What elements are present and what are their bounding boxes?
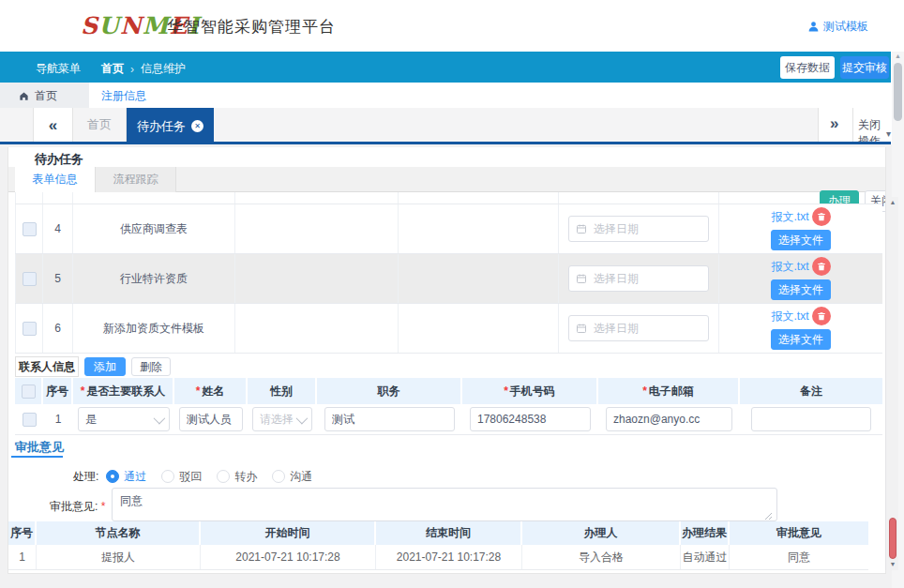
tab-flow-track[interactable]: 流程跟踪: [96, 167, 176, 192]
cell-value: 自动通过: [683, 550, 728, 565]
sidebar-item-home[interactable]: 首页: [19, 88, 57, 103]
col-header: 序号: [46, 384, 68, 400]
scrollbar-thumb[interactable]: [894, 63, 902, 121]
delete-file-icon[interactable]: [812, 207, 831, 226]
attached-file-link[interactable]: 报文.txt: [771, 259, 808, 275]
opinion-textarea[interactable]: 同意: [112, 488, 777, 521]
logo-letter: S: [81, 12, 98, 39]
required-mark: *: [196, 384, 201, 398]
radio-option-communicate[interactable]: 沟通: [272, 469, 312, 485]
file-type-name: 供应商调查表: [120, 221, 188, 237]
scroll-down-icon[interactable]: ▼: [886, 561, 899, 567]
scroll-up-icon[interactable]: ▲: [886, 199, 899, 205]
radio-option-pass[interactable]: 通过: [106, 469, 146, 485]
col-header: 手机号码: [510, 384, 555, 400]
sidebar-home-label: 首页: [35, 88, 57, 104]
radio-label: 驳回: [179, 469, 202, 485]
expiry-date-input[interactable]: [568, 265, 709, 292]
primary-contact-select[interactable]: 是: [78, 407, 170, 431]
breadcrumb-home[interactable]: 首页: [101, 61, 124, 77]
delete-contact-button[interactable]: 删除: [131, 357, 171, 376]
submit-review-button[interactable]: 提交审核: [840, 56, 889, 79]
contacts-data-row: 1 是 请选择: [15, 404, 882, 435]
delete-file-icon[interactable]: [812, 257, 831, 276]
remark-input[interactable]: [751, 407, 871, 431]
app-window: S U N M E I 华智智能采购管理平台 测试模板 导航菜单 首页 › 信息…: [0, 0, 904, 588]
table-row-clipped: [15, 192, 882, 204]
scroll-up-icon[interactable]: ▲: [892, 53, 904, 59]
expiry-date-input[interactable]: [568, 315, 709, 341]
choose-file-button[interactable]: 选择文件: [771, 230, 831, 250]
radio-option-reject[interactable]: 驳回: [161, 469, 202, 485]
double-right-icon[interactable]: »: [830, 115, 838, 131]
table-row: 5 行业特许资质 报文.txt: [15, 254, 882, 304]
radio-label: 通过: [124, 469, 146, 485]
col-header: 办理人: [584, 525, 618, 541]
attached-file-link[interactable]: 报文.txt: [771, 209, 808, 225]
file-type-name: 新添加资质文件模板: [103, 321, 204, 337]
navbar: 导航菜单 首页 › 信息维护 保存数据 提交审核: [0, 52, 891, 83]
tab-home-label: 首页: [87, 116, 112, 133]
calendar-icon: [576, 273, 587, 284]
col-header: 姓名: [202, 384, 224, 400]
delete-file-icon[interactable]: [812, 307, 831, 325]
breadcrumb-separator-icon: ›: [130, 63, 134, 76]
logo-letter: N: [120, 12, 143, 39]
col-header: 职务: [378, 384, 400, 400]
user-menu[interactable]: 测试模板: [807, 18, 868, 35]
phone-input[interactable]: [470, 407, 591, 431]
row-number: 1: [55, 413, 62, 426]
choose-file-button[interactable]: 选择文件: [771, 329, 831, 350]
panel-title: 待办任务: [35, 151, 83, 168]
sidebar: 首页: [0, 83, 89, 108]
radio-option-transfer[interactable]: 转办: [217, 469, 257, 485]
add-contact-button[interactable]: 添加: [84, 357, 126, 376]
handle-label: 处理:: [73, 469, 98, 485]
tab-todo-active[interactable]: 待办任务 ✕: [127, 108, 214, 144]
contacts-table: 序号 *是否主要联系人 *姓名 性别 职务 *手机号码 *电子邮箱 备注 1 是: [15, 378, 882, 435]
col-header: 审批意见: [776, 525, 821, 541]
choose-file-button[interactable]: 选择文件: [771, 279, 831, 300]
col-header: 开始时间: [265, 525, 310, 541]
required-mark: *: [101, 500, 106, 513]
tab-home[interactable]: 首页: [73, 108, 127, 142]
row-checkbox[interactable]: [23, 222, 37, 236]
row-checkbox[interactable]: [23, 413, 37, 427]
row-checkbox[interactable]: [23, 322, 37, 336]
save-data-button[interactable]: 保存数据: [780, 56, 835, 79]
select-all-checkbox[interactable]: [22, 384, 36, 399]
tab-form-info[interactable]: 表单信息: [15, 167, 96, 192]
col-header: 性别: [270, 384, 293, 400]
col-header: 节点名称: [96, 525, 141, 541]
row-number: 6: [54, 322, 61, 335]
approval-history-table: 序号 节点名称 开始时间 结束时间 办理人 办理结果 审批意见 1 提报人 20…: [8, 521, 868, 570]
contact-name-input[interactable]: [179, 407, 243, 431]
panel-scrollbar[interactable]: ▲ ▼: [885, 197, 898, 570]
caret-down-icon: ▾: [886, 128, 891, 139]
email-input[interactable]: [606, 407, 732, 431]
todo-panel: 待办任务 表单信息 流程跟踪 办理 关闭 4: [8, 147, 886, 574]
nav-menu-label[interactable]: 导航菜单: [36, 61, 81, 77]
history-data-row: 1 提报人 2021-07-21 10:17:28 2021-07-21 10:…: [8, 545, 868, 570]
col-header: 备注: [800, 384, 822, 400]
duty-input[interactable]: [324, 407, 455, 431]
tab-close-icon[interactable]: ✕: [191, 120, 203, 132]
expiry-date-input[interactable]: [568, 216, 709, 242]
scrollbar-thumb-red[interactable]: [889, 518, 896, 559]
approval-section-title: 审批意见: [15, 439, 64, 456]
col-header: 办理结果: [682, 525, 727, 541]
row-checkbox[interactable]: [23, 272, 37, 286]
contacts-section-bar: 联系人信息 添加 删除: [15, 357, 171, 376]
logo-letter: M: [143, 12, 170, 39]
tab-form-info-label: 表单信息: [33, 172, 78, 188]
attached-file-link[interactable]: 报文.txt: [771, 309, 808, 324]
gender-select[interactable]: 请选择: [252, 407, 312, 431]
chevron-down-icon: [154, 412, 166, 424]
tab-strip: « 首页 待办任务 ✕ » 关闭操作 ▾: [0, 108, 891, 144]
scroll-tabs-left-button[interactable]: «: [33, 108, 73, 142]
radio-icon: [161, 470, 174, 483]
page-tab-register-info[interactable]: 注册信息: [101, 88, 146, 104]
home-icon: [19, 91, 29, 101]
user-name: 测试模板: [823, 19, 868, 35]
cell-value: 2021-07-21 10:17:28: [397, 550, 501, 564]
